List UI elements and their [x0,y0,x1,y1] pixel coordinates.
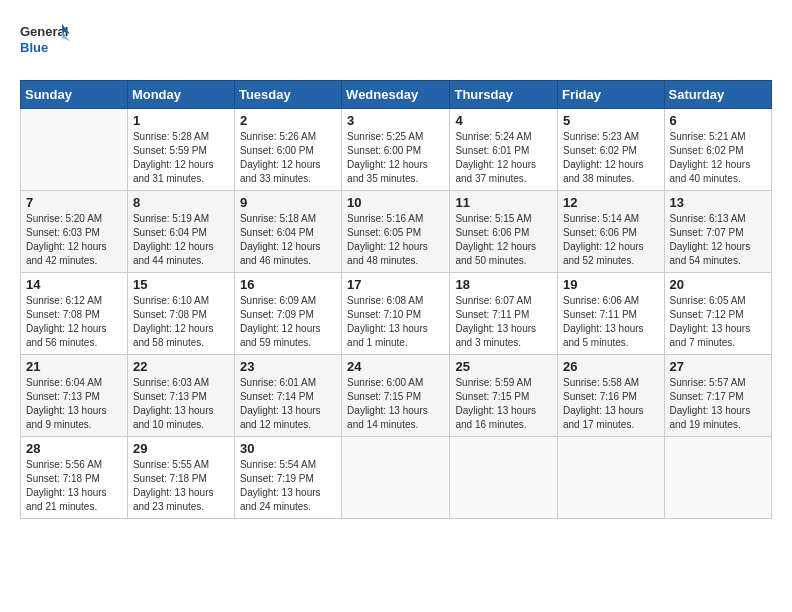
calendar-table: SundayMondayTuesdayWednesdayThursdayFrid… [20,80,772,519]
day-number: 11 [455,195,552,210]
day-info: Sunrise: 5:54 AM Sunset: 7:19 PM Dayligh… [240,458,336,514]
day-number: 25 [455,359,552,374]
calendar-cell: 27Sunrise: 5:57 AM Sunset: 7:17 PM Dayli… [664,355,771,437]
day-info: Sunrise: 6:00 AM Sunset: 7:15 PM Dayligh… [347,376,444,432]
day-info: Sunrise: 5:59 AM Sunset: 7:15 PM Dayligh… [455,376,552,432]
calendar-cell: 24Sunrise: 6:00 AM Sunset: 7:15 PM Dayli… [342,355,450,437]
day-number: 2 [240,113,336,128]
day-number: 21 [26,359,122,374]
day-info: Sunrise: 6:09 AM Sunset: 7:09 PM Dayligh… [240,294,336,350]
day-number: 16 [240,277,336,292]
week-row-3: 14Sunrise: 6:12 AM Sunset: 7:08 PM Dayli… [21,273,772,355]
day-number: 15 [133,277,229,292]
day-info: Sunrise: 6:05 AM Sunset: 7:12 PM Dayligh… [670,294,766,350]
calendar-cell: 16Sunrise: 6:09 AM Sunset: 7:09 PM Dayli… [234,273,341,355]
calendar-cell: 22Sunrise: 6:03 AM Sunset: 7:13 PM Dayli… [127,355,234,437]
svg-text:Blue: Blue [20,40,48,55]
day-info: Sunrise: 6:06 AM Sunset: 7:11 PM Dayligh… [563,294,659,350]
day-info: Sunrise: 6:04 AM Sunset: 7:13 PM Dayligh… [26,376,122,432]
calendar-cell: 7Sunrise: 5:20 AM Sunset: 6:03 PM Daylig… [21,191,128,273]
day-number: 29 [133,441,229,456]
day-info: Sunrise: 5:56 AM Sunset: 7:18 PM Dayligh… [26,458,122,514]
day-info: Sunrise: 5:16 AM Sunset: 6:05 PM Dayligh… [347,212,444,268]
day-number: 4 [455,113,552,128]
week-row-2: 7Sunrise: 5:20 AM Sunset: 6:03 PM Daylig… [21,191,772,273]
calendar-cell: 11Sunrise: 5:15 AM Sunset: 6:06 PM Dayli… [450,191,558,273]
calendar-cell [450,437,558,519]
day-info: Sunrise: 5:18 AM Sunset: 6:04 PM Dayligh… [240,212,336,268]
calendar-cell: 4Sunrise: 5:24 AM Sunset: 6:01 PM Daylig… [450,109,558,191]
calendar-cell: 18Sunrise: 6:07 AM Sunset: 7:11 PM Dayli… [450,273,558,355]
calendar-cell: 14Sunrise: 6:12 AM Sunset: 7:08 PM Dayli… [21,273,128,355]
logo-svg: General Blue [20,20,70,64]
week-row-5: 28Sunrise: 5:56 AM Sunset: 7:18 PM Dayli… [21,437,772,519]
calendar-cell [558,437,665,519]
day-info: Sunrise: 5:23 AM Sunset: 6:02 PM Dayligh… [563,130,659,186]
calendar-cell: 5Sunrise: 5:23 AM Sunset: 6:02 PM Daylig… [558,109,665,191]
day-info: Sunrise: 5:55 AM Sunset: 7:18 PM Dayligh… [133,458,229,514]
calendar-cell: 10Sunrise: 5:16 AM Sunset: 6:05 PM Dayli… [342,191,450,273]
day-number: 14 [26,277,122,292]
day-info: Sunrise: 6:03 AM Sunset: 7:13 PM Dayligh… [133,376,229,432]
header-saturday: Saturday [664,81,771,109]
calendar-cell: 1Sunrise: 5:28 AM Sunset: 5:59 PM Daylig… [127,109,234,191]
calendar-cell: 13Sunrise: 6:13 AM Sunset: 7:07 PM Dayli… [664,191,771,273]
calendar-cell: 23Sunrise: 6:01 AM Sunset: 7:14 PM Dayli… [234,355,341,437]
day-info: Sunrise: 6:13 AM Sunset: 7:07 PM Dayligh… [670,212,766,268]
header-row: SundayMondayTuesdayWednesdayThursdayFrid… [21,81,772,109]
header-monday: Monday [127,81,234,109]
header-tuesday: Tuesday [234,81,341,109]
calendar-cell: 19Sunrise: 6:06 AM Sunset: 7:11 PM Dayli… [558,273,665,355]
day-number: 13 [670,195,766,210]
day-number: 3 [347,113,444,128]
calendar-cell: 8Sunrise: 5:19 AM Sunset: 6:04 PM Daylig… [127,191,234,273]
day-number: 24 [347,359,444,374]
calendar-cell: 2Sunrise: 5:26 AM Sunset: 6:00 PM Daylig… [234,109,341,191]
day-info: Sunrise: 5:24 AM Sunset: 6:01 PM Dayligh… [455,130,552,186]
calendar-cell [21,109,128,191]
day-info: Sunrise: 5:28 AM Sunset: 5:59 PM Dayligh… [133,130,229,186]
day-number: 27 [670,359,766,374]
header-thursday: Thursday [450,81,558,109]
day-number: 18 [455,277,552,292]
calendar-cell: 15Sunrise: 6:10 AM Sunset: 7:08 PM Dayli… [127,273,234,355]
calendar-cell [664,437,771,519]
day-info: Sunrise: 6:12 AM Sunset: 7:08 PM Dayligh… [26,294,122,350]
day-number: 9 [240,195,336,210]
day-number: 6 [670,113,766,128]
calendar-cell: 29Sunrise: 5:55 AM Sunset: 7:18 PM Dayli… [127,437,234,519]
calendar-cell: 26Sunrise: 5:58 AM Sunset: 7:16 PM Dayli… [558,355,665,437]
day-info: Sunrise: 5:19 AM Sunset: 6:04 PM Dayligh… [133,212,229,268]
day-number: 30 [240,441,336,456]
day-info: Sunrise: 6:10 AM Sunset: 7:08 PM Dayligh… [133,294,229,350]
calendar-cell: 28Sunrise: 5:56 AM Sunset: 7:18 PM Dayli… [21,437,128,519]
day-info: Sunrise: 6:01 AM Sunset: 7:14 PM Dayligh… [240,376,336,432]
logo: General Blue [20,20,70,64]
day-info: Sunrise: 5:26 AM Sunset: 6:00 PM Dayligh… [240,130,336,186]
day-number: 10 [347,195,444,210]
day-info: Sunrise: 5:57 AM Sunset: 7:17 PM Dayligh… [670,376,766,432]
day-number: 19 [563,277,659,292]
day-info: Sunrise: 5:25 AM Sunset: 6:00 PM Dayligh… [347,130,444,186]
calendar-cell: 25Sunrise: 5:59 AM Sunset: 7:15 PM Dayli… [450,355,558,437]
day-number: 26 [563,359,659,374]
day-info: Sunrise: 5:14 AM Sunset: 6:06 PM Dayligh… [563,212,659,268]
day-number: 12 [563,195,659,210]
day-number: 20 [670,277,766,292]
day-info: Sunrise: 5:20 AM Sunset: 6:03 PM Dayligh… [26,212,122,268]
header-sunday: Sunday [21,81,128,109]
day-number: 7 [26,195,122,210]
calendar-cell: 30Sunrise: 5:54 AM Sunset: 7:19 PM Dayli… [234,437,341,519]
svg-text:General: General [20,24,68,39]
calendar-cell: 17Sunrise: 6:08 AM Sunset: 7:10 PM Dayli… [342,273,450,355]
week-row-4: 21Sunrise: 6:04 AM Sunset: 7:13 PM Dayli… [21,355,772,437]
day-number: 8 [133,195,229,210]
calendar-cell: 12Sunrise: 5:14 AM Sunset: 6:06 PM Dayli… [558,191,665,273]
calendar-cell: 6Sunrise: 5:21 AM Sunset: 6:02 PM Daylig… [664,109,771,191]
page-header: General Blue [20,20,772,64]
calendar-cell: 21Sunrise: 6:04 AM Sunset: 7:13 PM Dayli… [21,355,128,437]
day-number: 17 [347,277,444,292]
day-info: Sunrise: 5:58 AM Sunset: 7:16 PM Dayligh… [563,376,659,432]
header-wednesday: Wednesday [342,81,450,109]
day-info: Sunrise: 5:21 AM Sunset: 6:02 PM Dayligh… [670,130,766,186]
